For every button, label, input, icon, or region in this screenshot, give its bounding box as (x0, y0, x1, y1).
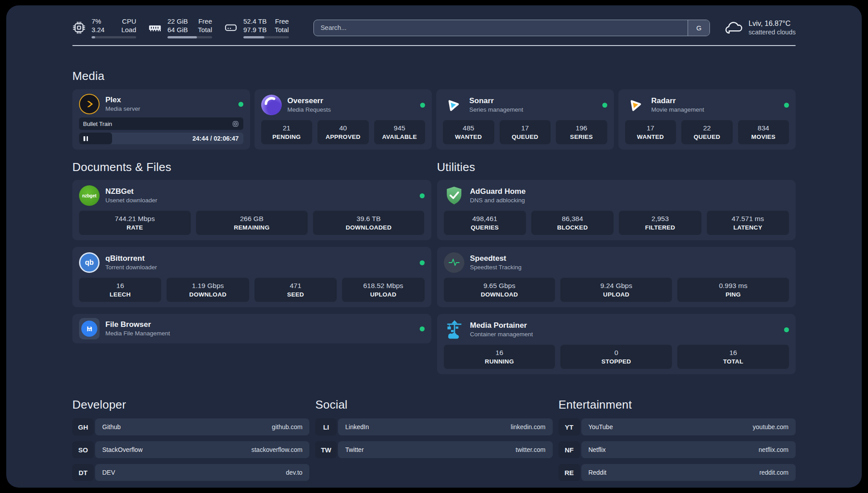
bookmark-abbr: TW (315, 441, 337, 458)
weather-location-temp: Lviv, 16.87°C (748, 19, 796, 28)
stat-remaining: 266 GBREMAINING (196, 211, 308, 235)
playback-time: 24:44 / 02:06:47 (192, 133, 239, 144)
app-name: qBittorrent (105, 254, 157, 263)
app-card-overseerr[interactable]: Overseerr Media Requests 21PENDING 40APP… (255, 89, 432, 150)
storage-free-label: Free (275, 17, 289, 25)
stat-upload: 9.24 GbpsUPLOAD (560, 278, 672, 302)
search-input[interactable] (314, 20, 688, 36)
bookmark-bar: Twitter twitter.com (338, 441, 552, 458)
app-name: AdGuard Home (470, 187, 526, 196)
topbar-divider (72, 45, 796, 46)
storage-progress-track (243, 36, 289, 38)
bookmark-url: netflix.com (759, 446, 789, 453)
media-cards-row: Plex Media server Bullet Train 24:44 / 0… (72, 89, 796, 150)
status-dot (420, 193, 425, 198)
app-card-adguard[interactable]: AdGuard Home DNS and adblocking 498,461Q… (437, 180, 796, 240)
pause-icon[interactable] (83, 136, 88, 141)
memory-icon (148, 21, 162, 34)
storage-widget: 52.4 TB97.9 TB FreeTotal (224, 17, 289, 38)
radarr-icon (625, 95, 646, 115)
now-playing-title: Bullet Train (83, 121, 112, 127)
stat-seed: 471SEED (255, 278, 337, 302)
bookmark-youtube[interactable]: YT YouTube youtube.com (559, 418, 796, 435)
app-desc: Movie management (651, 106, 705, 114)
memory-total-label: Total (198, 25, 212, 34)
search-engine-button[interactable]: G (688, 20, 709, 36)
cpu-usage-value: 7% (92, 17, 104, 25)
app-desc: Media Requests (288, 106, 331, 114)
app-name: File Browser (105, 320, 170, 330)
app-name: Speedtest (470, 254, 522, 263)
bookmark-github[interactable]: GH Github github.com (72, 418, 309, 435)
stat-blocked: 86,384BLOCKED (531, 211, 613, 235)
bookmark-name: StackOverflow (102, 446, 142, 453)
app-card-speedtest[interactable]: Speedtest Speedtest Tracking 9.65 GbpsDO… (437, 247, 796, 307)
bookmark-netflix[interactable]: NF Netflix netflix.com (559, 441, 796, 458)
status-dot (420, 103, 425, 108)
app-desc: DNS and adblocking (470, 196, 526, 205)
storage-progress-fill (243, 36, 264, 38)
section-title-documents: Documents & Files (72, 160, 431, 174)
stat-queued: 17QUEUED (500, 120, 551, 144)
bookmark-name: Netflix (588, 446, 606, 453)
bookmark-linkedin[interactable]: LI LinkedIn linkedin.com (315, 418, 552, 435)
stat-leech: 16LEECH (79, 278, 161, 302)
nzbget-icon: nzbget (79, 185, 100, 206)
app-name: NZBGet (105, 187, 157, 196)
filebrowser-icon (79, 318, 100, 339)
stat-stopped: 0STOPPED (560, 345, 672, 369)
bookmark-abbr: GH (72, 418, 94, 435)
app-card-plex[interactable]: Plex Media server Bullet Train 24:44 / 0… (72, 89, 250, 150)
stat-ping: 0.993 msPING (677, 278, 789, 302)
bookmark-dev[interactable]: DT DEV dev.to (72, 464, 309, 481)
overseerr-icon (261, 95, 282, 115)
status-dot (784, 103, 789, 108)
bookmark-url: reddit.com (760, 469, 789, 476)
documents-column: Documents & Files nzbget NZBGet Usenet d… (72, 160, 431, 381)
adguard-icon (444, 185, 464, 206)
section-title-utilities: Utilities (437, 160, 796, 174)
section-title-social: Social (315, 398, 552, 412)
bookmark-abbr: DT (72, 464, 94, 481)
app-card-nzbget[interactable]: nzbget NZBGet Usenet downloader 744.21 M… (72, 180, 431, 240)
bookmark-reddit[interactable]: RE Reddit reddit.com (559, 464, 796, 481)
stat-wanted: 485WANTED (443, 120, 494, 144)
app-card-portainer[interactable]: Media Portainer Container management 16R… (437, 314, 796, 374)
bookmark-bar: StackOverflow stackoverflow.com (95, 441, 309, 458)
bookmark-name: Reddit (588, 469, 606, 476)
cpu-load-label: Load (121, 25, 136, 34)
app-card-qbittorrent[interactable]: qb qBittorrent Torrent downloader 16LEEC… (72, 247, 431, 307)
bookmark-name: LinkedIn (345, 423, 369, 430)
section-title-media: Media (72, 69, 796, 83)
app-name: Overseerr (288, 96, 331, 106)
cpu-progress-fill (92, 36, 95, 38)
app-card-filebrowser[interactable]: File Browser Media File Management (72, 314, 431, 343)
weather-condition: scattered clouds (748, 28, 796, 37)
memory-widget: 22 GiB64 GiB FreeTotal (148, 17, 212, 38)
top-bar: 7%3.24 CPULoad 22 GiB64 GiB FreeTotal (72, 17, 796, 38)
stat-upload: 618.52 MbpsUPLOAD (342, 278, 424, 302)
bookmark-stackoverflow[interactable]: SO StackOverflow stackoverflow.com (72, 441, 309, 458)
app-desc: Speedtest Tracking (470, 263, 522, 272)
bookmark-twitter[interactable]: TW Twitter twitter.com (315, 441, 552, 458)
app-name: Radarr (651, 96, 705, 106)
bookmark-url: stackoverflow.com (251, 446, 302, 453)
bookmark-abbr: RE (559, 464, 580, 481)
app-card-radarr[interactable]: Radarr Movie management 17WANTED 22QUEUE… (618, 89, 796, 150)
app-card-sonarr[interactable]: Sonarr Series management 485WANTED 17QUE… (436, 89, 614, 150)
app-name: Sonarr (469, 96, 523, 106)
memory-total-value: 64 GiB (167, 25, 188, 34)
bookmark-bar: Github github.com (95, 418, 309, 435)
storage-free-value: 52.4 TB (243, 17, 267, 25)
stat-pending: 21PENDING (261, 120, 313, 144)
plex-icon (79, 94, 100, 114)
bookmark-bar: DEV dev.to (95, 464, 309, 481)
sonarr-icon (443, 95, 463, 115)
status-dot (420, 326, 425, 331)
status-dot (238, 102, 243, 107)
stat-downloaded: 39.6 TBDOWNLOADED (313, 211, 425, 235)
cpu-load-value: 3.24 (92, 25, 104, 34)
bookmark-name: YouTube (588, 423, 613, 430)
bookmark-url: github.com (272, 423, 302, 430)
bookmark-bar: LinkedIn linkedin.com (338, 418, 552, 435)
